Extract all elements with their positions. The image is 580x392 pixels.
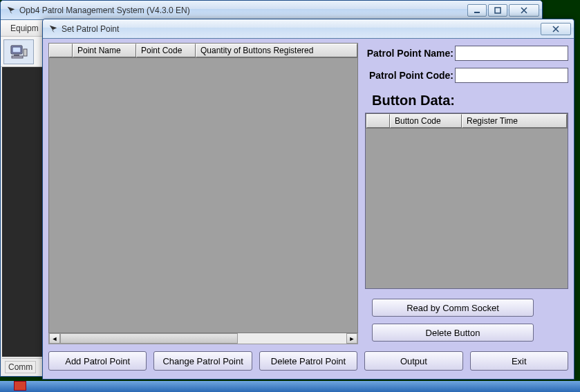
- button-grid-header-time[interactable]: Register Time: [462, 114, 567, 128]
- taskbar[interactable]: [0, 381, 580, 392]
- dialog-icon: [48, 24, 58, 34]
- patrol-point-grid-body[interactable]: [48, 58, 358, 333]
- scroll-right-button[interactable]: ►: [346, 333, 357, 344]
- button-data-heading: Button Data:: [372, 93, 568, 109]
- button-grid-body[interactable]: [366, 129, 568, 288]
- patrol-point-name-label: Patrol Point Name:: [365, 48, 453, 59]
- close-button[interactable]: [509, 4, 539, 17]
- toolbar-button-equipment[interactable]: [3, 39, 34, 64]
- dialog-close-button[interactable]: [541, 23, 571, 35]
- set-patrol-point-dialog: Set Patrol Point Point Name Point Code Q…: [42, 19, 574, 380]
- dialog-title: Set Patrol Point: [62, 24, 541, 34]
- app-icon: [6, 6, 16, 15]
- patrol-point-code-input[interactable]: [455, 68, 568, 83]
- svg-rect-1: [495, 8, 501, 13]
- patrol-point-detail-panel: Patrol Point Name: Patrol Point Code: Bu…: [365, 43, 568, 344]
- taskbar-item[interactable]: [14, 381, 26, 391]
- scroll-thumb[interactable]: [60, 333, 238, 344]
- main-titlebar[interactable]: Opb4 Patrol Management System (V4.3.0 EN…: [1, 1, 542, 20]
- scroll-track[interactable]: [60, 333, 346, 344]
- menu-item-equipment[interactable]: Equipm: [5, 22, 44, 35]
- patrol-point-code-label: Patrol Point Code:: [365, 70, 453, 81]
- grid-header-point-code[interactable]: Point Code: [136, 44, 196, 57]
- grid-header-blank[interactable]: [49, 44, 73, 57]
- output-button[interactable]: Output: [364, 351, 462, 371]
- change-patrol-point-button[interactable]: Change Patrol Point: [153, 351, 252, 371]
- patrol-point-list-panel: Point Name Point Code Quantity of Button…: [48, 43, 358, 344]
- svg-rect-5: [12, 56, 23, 58]
- grid-header-point-name[interactable]: Point Name: [73, 44, 136, 57]
- main-window-title: Opb4 Patrol Management System (V4.3.0 EN…: [19, 6, 467, 15]
- patrol-point-grid-header: Point Name Point Code Quantity of Button…: [48, 43, 358, 58]
- exit-button[interactable]: Exit: [470, 351, 568, 371]
- dialog-bottom-buttons: Add Patrol Point Change Patrol Point Del…: [48, 351, 568, 373]
- grid-header-quantity[interactable]: Quantity of Buttons Registered: [196, 44, 357, 57]
- button-data-grid: Button Code Register Time: [365, 113, 568, 289]
- button-grid-header-code[interactable]: Button Code: [390, 114, 462, 128]
- svg-rect-6: [24, 49, 27, 56]
- horizontal-scrollbar[interactable]: ◄ ►: [48, 333, 358, 344]
- patrol-point-name-input[interactable]: [455, 46, 568, 61]
- dialog-titlebar[interactable]: Set Patrol Point: [43, 19, 574, 39]
- maximize-button[interactable]: [488, 4, 507, 17]
- delete-button-button[interactable]: Delete Button: [372, 324, 534, 342]
- window-controls: [467, 4, 539, 17]
- computer-icon: [9, 44, 28, 59]
- add-patrol-point-button[interactable]: Add Patrol Point: [48, 351, 147, 371]
- status-panel-comm: Comm: [5, 361, 36, 373]
- dialog-window-controls: [541, 23, 571, 35]
- minimize-button[interactable]: [467, 4, 487, 17]
- svg-rect-3: [12, 47, 21, 53]
- read-by-comm-socket-button[interactable]: Read by Comm Socket: [372, 299, 534, 317]
- delete-patrol-point-button[interactable]: Delete Patrol Point: [259, 351, 357, 371]
- button-grid-header-blank[interactable]: [366, 114, 390, 128]
- svg-rect-0: [474, 12, 480, 13]
- scroll-left-button[interactable]: ◄: [49, 333, 60, 344]
- button-grid-header: Button Code Register Time: [366, 113, 568, 129]
